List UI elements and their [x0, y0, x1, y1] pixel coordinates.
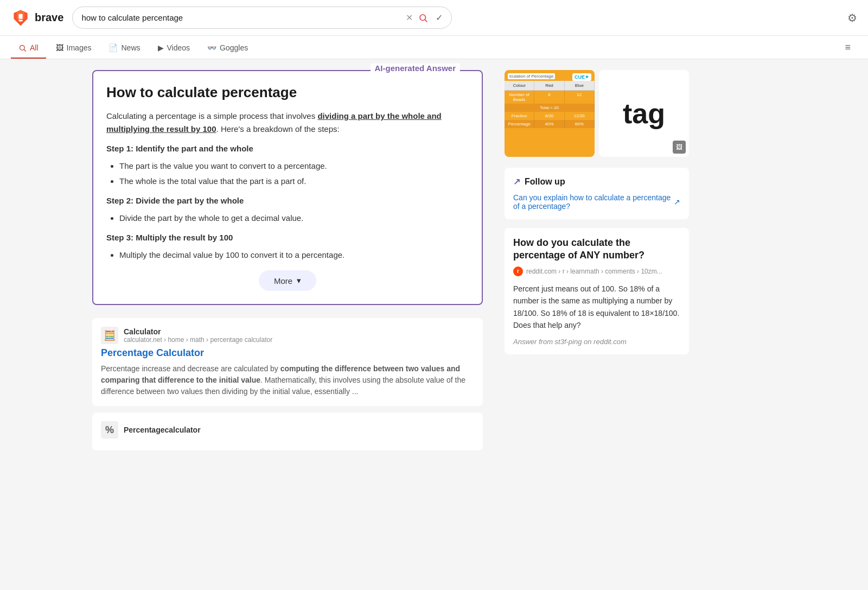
reddit-title: How do you calculate the percentage of A…: [513, 237, 680, 262]
ai-intro: Calculating a percentage is a simple pro…: [106, 110, 469, 136]
svg-point-4: [420, 15, 426, 21]
result-1-site-name: Calculator: [124, 327, 272, 336]
reddit-icon: r: [513, 267, 523, 276]
reddit-source-text: reddit.com › r › learnmath › comments › …: [526, 268, 662, 275]
image-expand-icon[interactable]: 🖼: [673, 141, 686, 154]
search-result-2: % Percentagecalculator: [92, 413, 483, 451]
nav-item-news[interactable]: 📄 News: [101, 36, 148, 59]
ai-answer-title: How to calculate percentage: [106, 84, 469, 101]
result-2-site-info: Percentagecalculator: [124, 426, 201, 434]
nav-item-images[interactable]: 🖼 Images: [48, 36, 99, 59]
col-red: Red: [534, 81, 564, 90]
logo-text: brave: [35, 11, 63, 24]
table-image-title: lculation of Percentage: [508, 73, 555, 79]
check-icon[interactable]: ✓: [436, 12, 443, 23]
nav-item-goggles[interactable]: 👓 Goggles: [200, 36, 256, 59]
nav-label-videos: Videos: [167, 43, 190, 52]
text-image-card[interactable]: tag 🖼: [599, 70, 689, 157]
svg-rect-3: [18, 20, 22, 21]
brave-logo-icon: [11, 8, 30, 28]
step-1-bullet-2: The whole is the total value that the pa…: [119, 175, 469, 188]
step-2: Step 2: Divide the part by the whole Div…: [106, 194, 469, 225]
ai-answer-box: AI-generated Answer How to calculate per…: [92, 70, 483, 305]
step-2-bullet-1: Divide the part by the whole to get a de…: [119, 212, 469, 225]
nav-label-goggles: Goggles: [220, 43, 248, 52]
main-content: AI-generated Answer How to calculate per…: [81, 59, 787, 468]
cuemath-logo: CUE✦: [572, 73, 591, 81]
result-1-site: 🧮 Calculator calculator.net › home › mat…: [101, 327, 474, 344]
nav-label-all: All: [30, 43, 39, 52]
reddit-card: How do you calculate the percentage of A…: [505, 228, 689, 354]
reddit-source: r reddit.com › r › learnmath › comments …: [513, 267, 680, 276]
ai-answer-body: Calculating a percentage is a simple pro…: [106, 110, 469, 262]
settings-icon[interactable]: ⚙: [847, 11, 857, 24]
percentage-icon: %: [101, 421, 118, 439]
step-2-bullets: Divide the part by the whole to get a de…: [106, 212, 469, 225]
step-1-heading: Step 1: Identify the part and the whole: [106, 142, 469, 155]
right-column: lculation of Percentage CUE✦ Colour Red …: [505, 70, 689, 457]
step-3: Step 3: Multiply the result by 100 Multi…: [106, 231, 469, 262]
step-3-bullet-1: Multiply the decimal value by 100 to con…: [119, 249, 469, 262]
step-2-heading: Step 2: Divide the part by the whole: [106, 194, 469, 207]
follow-up-title-arrow: ↗: [513, 176, 520, 187]
svg-rect-2: [18, 14, 22, 18]
step-1-bullets: The part is the value you want to conver…: [106, 160, 469, 188]
news-icon: 📄: [108, 43, 118, 52]
step-1-bullet-1: The part is the value you want to conver…: [119, 160, 469, 173]
search-input[interactable]: [81, 13, 400, 22]
header: brave ✕ ✓ ⚙: [0, 0, 868, 36]
row-fraction: Fraction 8/20 12/20: [505, 112, 595, 120]
follow-up-link-arrow: ↗: [674, 198, 680, 206]
filter-icon[interactable]: ≡: [838, 37, 857, 58]
search-bar: ✕ ✓: [72, 7, 452, 29]
ai-label: AI-generated Answer: [371, 64, 460, 73]
more-button[interactable]: More ▾: [259, 270, 316, 291]
search-nav: All 🖼 Images 📄 News ▶ Videos 👓 Goggles ≡: [0, 36, 868, 59]
result-2-site: % Percentagecalculator: [101, 421, 474, 439]
result-1-snippet: Percentage increase and decrease are cal…: [101, 363, 474, 397]
nav-item-all[interactable]: All: [11, 36, 46, 59]
nav-item-videos[interactable]: ▶ Videos: [150, 36, 198, 59]
search-result-1: 🧮 Calculator calculator.net › home › mat…: [92, 318, 483, 406]
reddit-body: Percent just means out of 100. So 18% of…: [513, 283, 680, 332]
svg-line-5: [425, 20, 427, 22]
result-1-title[interactable]: Percentage Calculator: [101, 347, 474, 359]
clear-icon[interactable]: ✕: [406, 12, 413, 23]
nav-label-news: News: [121, 43, 140, 52]
result-1-breadcrumb: calculator.net › home › math › percentag…: [124, 336, 272, 344]
step-1: Step 1: Identify the part and the whole …: [106, 142, 469, 188]
brave-logo[interactable]: brave: [11, 8, 63, 28]
table-image-card[interactable]: lculation of Percentage CUE✦ Colour Red …: [505, 70, 595, 157]
row-beads: Number of Beads 8 12: [505, 91, 595, 104]
follow-up-title: ↗ Follow up: [513, 176, 680, 187]
result-2-site-name: Percentagecalculator: [124, 426, 201, 434]
svg-point-6: [20, 45, 25, 50]
col-blue: Blue: [565, 81, 595, 90]
search-icon[interactable]: [418, 13, 428, 23]
svg-line-7: [24, 49, 25, 51]
row-percentage: Percentage 40% 60%: [505, 120, 595, 128]
image-grid: lculation of Percentage CUE✦ Colour Red …: [505, 70, 689, 157]
calculator-icon: 🧮: [101, 327, 118, 344]
row-total: Total = 20: [505, 104, 595, 112]
step-3-bullets: Multiply the decimal value by 100 to con…: [106, 249, 469, 262]
step-3-heading: Step 3: Multiply the result by 100: [106, 231, 469, 244]
col-colour: Colour: [505, 81, 534, 90]
follow-up-link[interactable]: Can you explain how to calculate a perce…: [513, 193, 680, 211]
goggles-icon: 👓: [207, 43, 216, 52]
more-chevron-icon: ▾: [297, 276, 301, 286]
more-label: More: [274, 276, 292, 286]
nav-label-images: Images: [67, 43, 92, 52]
table-header: Colour Red Blue: [505, 81, 595, 91]
percentage-table: Colour Red Blue Number of Beads 8 12 Tot…: [505, 70, 595, 157]
videos-icon: ▶: [158, 43, 164, 52]
result-1-site-info: Calculator calculator.net › home › math …: [124, 327, 272, 344]
reddit-answer-source: Answer from st3f-ping on reddit.com: [513, 338, 680, 346]
left-column: AI-generated Answer How to calculate per…: [92, 70, 483, 457]
follow-up-section: ↗ Follow up Can you explain how to calcu…: [505, 168, 689, 219]
images-icon: 🖼: [56, 43, 63, 52]
